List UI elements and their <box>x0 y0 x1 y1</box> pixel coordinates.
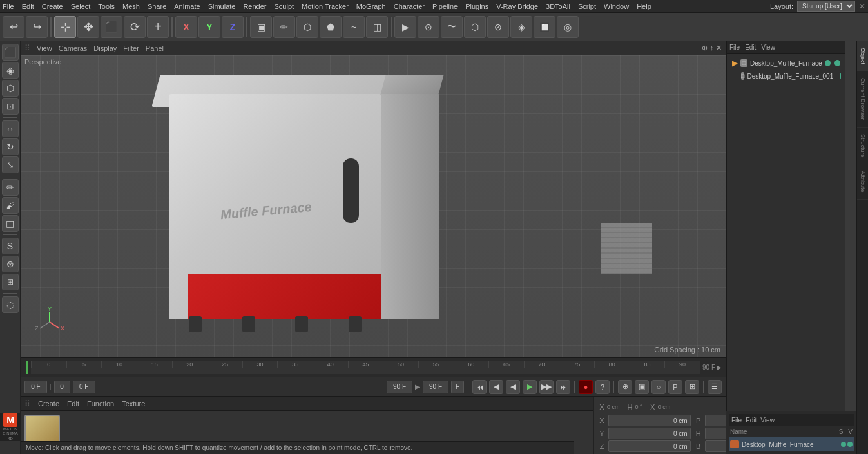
attr-dot-1[interactable] <box>841 442 846 447</box>
timeline-track[interactable]: 0 5 10 15 20 25 30 35 40 45 50 55 60 65 … <box>31 361 700 374</box>
x-pos-input[interactable] <box>608 415 691 426</box>
step-back-button[interactable]: ◀ <box>489 380 503 394</box>
z-pos-input[interactable] <box>608 440 691 452</box>
menu-vray-bridge[interactable]: V-Ray Bridge <box>496 3 538 10</box>
viewport-arrow-icon[interactable]: ↕ <box>710 44 714 52</box>
layout-dropdown[interactable]: Startup [User] <box>797 1 855 12</box>
polygon-icon[interactable]: ◈ <box>2 62 19 79</box>
attr-menu-view[interactable]: View <box>760 417 775 424</box>
tab-object[interactable]: Object <box>857 41 868 71</box>
animation-button[interactable]: ▶ <box>394 16 416 38</box>
attr-desktop-furnace[interactable]: Desktop_Muffle_Furnace <box>729 437 854 451</box>
start-frame-input[interactable] <box>54 381 70 393</box>
menu-file[interactable]: File <box>3 3 14 10</box>
start-frame-f[interactable] <box>73 381 95 393</box>
3d-viewport[interactable]: Muffle Furnace <box>21 55 726 357</box>
z-axis-button[interactable]: Z <box>222 16 244 38</box>
light-button[interactable]: ◈ <box>510 16 532 38</box>
texture-mode-button[interactable]: ◫ <box>366 16 388 38</box>
sculpt-icon[interactable]: ◌ <box>2 296 19 313</box>
viewport-tab-filter[interactable]: Filter <box>123 44 139 52</box>
point-icon[interactable]: ⊡ <box>2 98 19 115</box>
undo-button[interactable]: ↩ <box>3 16 24 38</box>
eraser-icon[interactable]: ◫ <box>2 215 19 232</box>
list-button[interactable]: ☰ <box>708 380 722 394</box>
material-tab-create[interactable]: Create <box>38 400 59 408</box>
record-button[interactable]: ● <box>579 380 593 394</box>
magnet-icon[interactable]: ⊛ <box>2 256 19 272</box>
b-rot-input[interactable] <box>705 440 726 452</box>
viewport-tab-view[interactable]: View <box>37 44 52 52</box>
tangent-button[interactable]: P <box>668 380 682 394</box>
viewport-tab-panel[interactable]: Panel <box>146 44 164 52</box>
menu-animate[interactable]: Animate <box>174 3 200 10</box>
edge-mode-button[interactable]: ⬡ <box>296 16 318 38</box>
scale-tool-button[interactable]: ⬛ <box>101 16 122 38</box>
material-tab-function[interactable]: Function <box>87 400 114 408</box>
rotate-tool-button[interactable]: ⟳ <box>124 16 146 38</box>
camera-button[interactable]: 🔲 <box>534 16 555 38</box>
attr-menu-file[interactable]: File <box>731 417 742 424</box>
material-tab-texture[interactable]: Texture <box>122 400 145 408</box>
object-icon[interactable]: ⬛ <box>2 44 19 61</box>
viewport-tab-cameras[interactable]: Cameras <box>59 44 88 52</box>
goto-start-button[interactable]: ⏮ <box>472 380 487 394</box>
step-forward-button[interactable]: ▶▶ <box>539 380 554 394</box>
visibility-dot-2[interactable] <box>834 60 840 66</box>
tab-structure[interactable]: Structure <box>857 128 868 165</box>
anim-button[interactable]: ▣ <box>635 380 649 394</box>
y-pos-input[interactable] <box>608 428 691 439</box>
y-axis-button[interactable]: Y <box>198 16 220 38</box>
object-mode-button[interactable]: ▣ <box>250 16 272 38</box>
goto-end-button[interactable]: ⏭ <box>556 380 570 394</box>
menu-pipeline[interactable]: Pipeline <box>432 3 458 10</box>
spline-button[interactable]: 〜 <box>441 16 463 38</box>
p-rot-input[interactable] <box>705 415 726 426</box>
end-frame-f2[interactable] <box>423 381 448 393</box>
x-axis-button[interactable]: X <box>175 16 197 38</box>
question-button[interactable]: ? <box>595 380 610 394</box>
play-button[interactable]: ▶ <box>523 380 537 394</box>
menu-character[interactable]: Character <box>394 3 425 10</box>
menu-select[interactable]: Select <box>71 3 91 10</box>
record-button[interactable]: ⊙ <box>418 16 439 38</box>
redo-button[interactable]: ↪ <box>26 16 48 38</box>
timeline-bar[interactable]: 0 5 10 15 20 25 30 35 40 45 50 55 60 65 … <box>21 357 726 377</box>
menu-3dtool[interactable]: 3DToAll <box>546 3 570 10</box>
current-frame-input[interactable] <box>24 381 47 393</box>
move-tool-button[interactable]: ✥ <box>77 16 99 38</box>
obj-desktop-furnace-001[interactable]: □ Desktop_Muffle_Furnace_001 <box>738 70 843 82</box>
viewport-maximize-icon[interactable]: ⊕ <box>702 44 708 52</box>
null-button[interactable]: ◎ <box>557 16 579 38</box>
menu-sculpt[interactable]: Sculpt <box>275 3 294 10</box>
menu-script[interactable]: Script <box>578 3 596 10</box>
scale-icon[interactable]: ⤡ <box>2 156 19 173</box>
menu-render[interactable]: Render <box>243 3 266 10</box>
menu-motion-tracker[interactable]: Motion Tracker <box>302 3 349 10</box>
add-tool-button[interactable]: + <box>147 16 169 38</box>
obj-desktop-furnace[interactable]: ▶ □ Desktop_Muffle_Furnace <box>729 57 843 70</box>
furnace-3d-object[interactable]: Muffle Furnace <box>149 94 407 357</box>
menu-simulate[interactable]: Simulate <box>208 3 236 10</box>
menu-plugins[interactable]: Plugins <box>465 3 488 10</box>
material-tab-edit[interactable]: Edit <box>67 400 79 408</box>
uv-mode-button[interactable]: ~ <box>343 16 365 38</box>
curve-button[interactable]: ⊞ <box>685 380 699 394</box>
attr-menu-edit[interactable]: Edit <box>746 417 757 424</box>
tab-current-browser[interactable]: Current Browser <box>857 71 868 128</box>
rotate-icon[interactable]: ↻ <box>2 138 19 155</box>
point-mode-button[interactable]: ✏ <box>273 16 295 38</box>
obj-menu-edit[interactable]: Edit <box>745 44 756 51</box>
reverse-play-button[interactable]: ◀ <box>506 380 520 394</box>
menu-help[interactable]: Help <box>637 3 651 10</box>
paint-icon[interactable]: 🖌 <box>2 197 19 214</box>
viewport-tab-display[interactable]: Display <box>93 44 117 52</box>
visibility-dot-1[interactable] <box>825 60 831 66</box>
generator-button[interactable]: ⬡ <box>464 16 486 38</box>
deformer-button[interactable]: ⊘ <box>487 16 509 38</box>
menu-window[interactable]: Window <box>604 3 629 10</box>
close-icon[interactable]: ✕ <box>859 2 865 11</box>
menu-tools[interactable]: Tools <box>98 3 115 10</box>
move-icon[interactable]: ↔ <box>2 120 19 137</box>
menu-create[interactable]: Create <box>42 3 63 10</box>
